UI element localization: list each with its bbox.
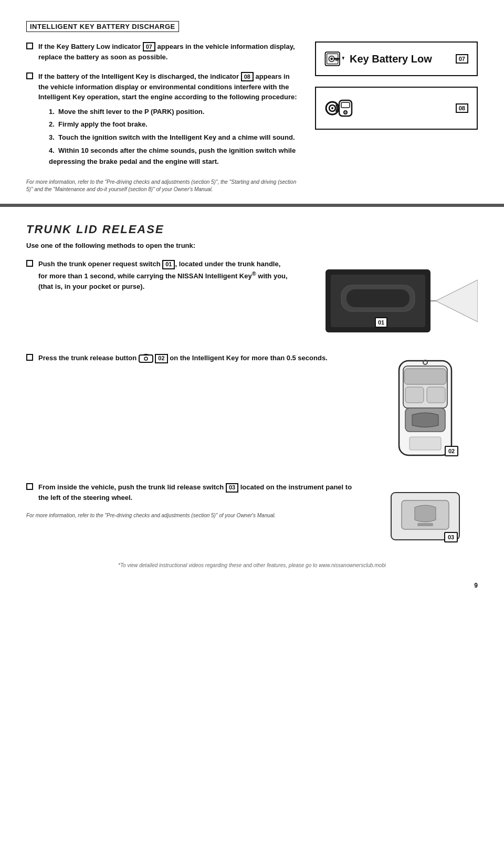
badge-08-box: 08 <box>456 103 468 113</box>
numbered-item-2: 2. Firmly apply the foot brake. <box>49 119 299 130</box>
page-wrapper: INTELLIGENT KEY BATTERY DISCHARGE If the… <box>0 0 504 857</box>
numbered-item-1: 1. Move the shift lever to the P (PARK) … <box>49 107 299 118</box>
numbered-item-3: 3. Touch the ignition switch with the In… <box>49 132 299 143</box>
trunk-bullet-item-3: From inside the vehicle, push the trunk … <box>26 482 362 503</box>
badge-03-inline: 03 <box>226 483 238 493</box>
svg-point-14 <box>345 112 346 113</box>
trunk-handle-area: 01 <box>299 259 478 344</box>
numbered-list: 1. Move the shift lever to the P (PARK) … <box>49 107 299 168</box>
panel-switch-area: 03 <box>373 482 478 552</box>
content-row: If the Key Battery Low indicator 07 appe… <box>26 41 478 193</box>
bullet-text-2: If the battery of the Intelligent Key is… <box>38 71 299 169</box>
bottom-section: TRUNK LID RELEASE Use one of the followi… <box>0 207 504 600</box>
section-title: INTELLIGENT KEY BATTERY DISCHARGE <box>26 21 478 41</box>
badge-01-inline: 01 <box>162 260 175 269</box>
trunk-bullet-item-1: Push the trunk opener request switch 01,… <box>26 259 289 291</box>
svg-rect-29 <box>427 387 445 403</box>
panel-switch-illustration: 03 <box>386 487 465 550</box>
trunk-checkbox-2 <box>26 354 33 361</box>
badge-02-inline: 02 <box>155 354 167 363</box>
trunk-checkbox-1 <box>26 260 33 267</box>
right-col: Key Battery Low 07 <box>315 41 478 130</box>
svg-marker-7 <box>342 57 344 60</box>
trunk-bullet-3-left: From inside the vehicle, push the trunk … <box>26 482 362 519</box>
svg-marker-15 <box>436 280 478 322</box>
trunk-bullet-2-left: Press the trunk release button 02 on the… <box>26 353 362 373</box>
svg-point-3 <box>330 58 333 60</box>
bullet-text-1: If the Key Battery Low indicator 07 appe… <box>38 41 299 62</box>
trunk-bullet-1-left: Push the trunk opener request switch 01,… <box>26 259 289 301</box>
key-battery-low-label: Key Battery Low <box>57 43 110 50</box>
badge-07: 07 <box>143 42 155 51</box>
numbered-item-4: 4. Within 10 seconds after the chime sou… <box>49 145 299 168</box>
indicator-icons <box>324 95 353 121</box>
indicator-08-box: 08 <box>315 87 478 130</box>
keyfob-area: 02 <box>373 353 478 474</box>
bullet-item-1: If the Key Battery Low indicator 07 appe… <box>26 41 299 62</box>
left-col: If the Key Battery Low indicator 07 appe… <box>26 41 299 193</box>
trunk-subtitle: Use one of the following methods to open… <box>26 242 478 249</box>
trunk-title: TRUNK LID RELEASE <box>26 223 478 236</box>
checkbox-1 <box>26 43 33 49</box>
trunk-bullet-item-2: Press the trunk release button 02 on the… <box>26 353 362 364</box>
panel-switch-wrapper: 03 <box>386 487 465 552</box>
svg-rect-4 <box>333 58 339 59</box>
svg-text:01: 01 <box>378 319 384 326</box>
svg-rect-23 <box>139 355 153 362</box>
trunk-footnote: For more information, refer to the "Pre-… <box>26 512 362 519</box>
signal-waves-icon <box>324 95 353 121</box>
svg-rect-28 <box>405 387 424 403</box>
key-battery-label: Key Battery Low <box>350 53 450 65</box>
key-battery-indicator: Key Battery Low 07 <box>315 41 478 76</box>
svg-text:02: 02 <box>448 448 455 454</box>
checkbox-2 <box>26 72 33 79</box>
trunk-handle-illustration: 01 <box>299 259 478 343</box>
svg-text:03: 03 <box>448 534 454 540</box>
svg-point-10 <box>331 107 333 109</box>
page-number: 9 <box>474 582 478 589</box>
badge-08-inline: 08 <box>241 72 254 81</box>
trunk-bullet-1-row: Push the trunk opener request switch 01,… <box>26 259 478 344</box>
svg-rect-37 <box>417 523 433 526</box>
key-icon <box>324 49 344 69</box>
badge-07-box: 07 <box>456 54 468 64</box>
svg-rect-12 <box>341 102 350 108</box>
top-footnote: For more information, refer to the "Pre-… <box>26 179 299 193</box>
top-section: INTELLIGENT KEY BATTERY DISCHARGE If the… <box>0 0 504 205</box>
trunk-bullet-text-1: Push the trunk opener request switch 01,… <box>38 259 289 291</box>
svg-point-24 <box>144 357 148 360</box>
trunk-bullet-2-row: Press the trunk release button 02 on the… <box>26 353 478 474</box>
page-footer: *To view detailed instructional videos r… <box>26 562 478 579</box>
svg-rect-27 <box>404 369 446 384</box>
trunk-checkbox-3 <box>26 483 33 490</box>
bullet-item-2: If the battery of the Intelligent Key is… <box>26 71 299 169</box>
svg-rect-6 <box>335 60 337 61</box>
trunk-bullet-text-2: Press the trunk release button 02 on the… <box>38 353 328 364</box>
svg-rect-32 <box>410 437 441 450</box>
trunk-icon-inline <box>139 353 153 364</box>
svg-rect-5 <box>337 60 338 61</box>
trunk-bullet-text-3: From inside the vehicle, push the trunk … <box>38 482 362 503</box>
svg-rect-20 <box>346 289 410 307</box>
keyfob-illustration: 02 <box>388 358 462 474</box>
trunk-bullet-3-row: From inside the vehicle, push the trunk … <box>26 482 478 552</box>
